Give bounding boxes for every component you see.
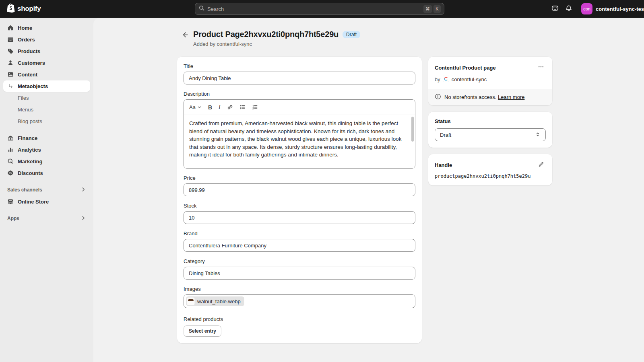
back-arrow-icon [182, 31, 188, 40]
link-icon[interactable] [227, 104, 233, 110]
sidebar-item-label: Discounts [18, 170, 43, 176]
search-input[interactable] [207, 6, 422, 12]
stock-field[interactable] [184, 211, 415, 224]
handle-card: Handle productpage2hxvxu2ti0pnqh7ht5e29u [428, 154, 552, 185]
select-updown-icon [535, 132, 541, 138]
description-scrollbar[interactable] [411, 117, 414, 142]
sidebar-section-apps[interactable]: Apps [3, 213, 90, 224]
notifications-button[interactable] [562, 2, 576, 15]
sidebar-item-menus[interactable]: Menus [3, 104, 90, 115]
shopify-bag-icon [6, 3, 15, 14]
status-select[interactable]: Draft [435, 128, 546, 141]
description-field[interactable]: Crafted from premium, American-harvested… [184, 115, 415, 168]
sales-channels-label: Sales channels [7, 187, 42, 193]
analytics-icon [7, 146, 14, 153]
entry-form-card: Title Description Aa B [177, 57, 422, 343]
text-style-label: Aa [189, 104, 196, 110]
sidebar-section-sales-channels[interactable]: Sales channels [3, 184, 90, 195]
status-card-title: Status [435, 118, 546, 124]
side-panel: Contentful Product page by contentful-sy… [428, 57, 552, 185]
images-field[interactable]: walnut_table.webp [184, 294, 415, 308]
apps-label: Apps [7, 216, 19, 221]
sidebar-item-label: Files [18, 95, 29, 101]
contentful-logo-icon [443, 76, 449, 83]
sidebar-item-label: Marketing [18, 158, 42, 165]
store-avatar: con [581, 3, 592, 14]
sidebar-item-home[interactable]: Home [3, 22, 90, 33]
bold-button[interactable]: B [208, 104, 212, 111]
sidekick-icon [551, 4, 559, 13]
sidebar-item-analytics[interactable]: Analytics [3, 144, 90, 155]
sidebar-item-files[interactable]: Files [3, 92, 90, 103]
related-products-label: Related products [184, 316, 415, 322]
edit-handle-button[interactable] [536, 160, 546, 169]
images-field-label: Images [184, 286, 415, 292]
status-badge: Draft [343, 31, 360, 38]
more-actions-button[interactable] [536, 63, 546, 72]
shopify-wordmark: shopify [17, 5, 41, 13]
select-entry-button[interactable]: Select entry [184, 325, 221, 337]
customers-icon [7, 60, 14, 66]
price-field[interactable] [184, 183, 415, 196]
sidebar-item-blog-posts[interactable]: Blog posts [3, 115, 90, 127]
handle-card-title: Handle [435, 162, 452, 168]
global-search[interactable]: ⌘ K [195, 3, 444, 15]
shopify-logo[interactable]: shopify [6, 3, 41, 14]
sidebar-item-finance[interactable]: Finance [3, 132, 90, 144]
brand-field[interactable] [184, 239, 415, 252]
sidebar-item-online-store[interactable]: Online Store [3, 196, 90, 207]
sidebar-item-orders[interactable]: Orders [3, 34, 90, 45]
description-field-label: Description [184, 91, 415, 97]
sidebar-item-label: Customers [18, 60, 45, 66]
marketing-icon [7, 158, 14, 165]
brand-field-label: Brand [184, 230, 415, 237]
image-file-chip[interactable]: walnut_table.webp [186, 296, 244, 306]
store-account-menu[interactable]: con contentful-sync-tes [579, 2, 644, 16]
learn-more-link[interactable]: Learn more [498, 94, 524, 100]
title-field[interactable] [184, 72, 415, 84]
cmd-key-badge: ⌘ [423, 5, 432, 13]
bell-icon [565, 4, 572, 13]
category-field[interactable] [184, 267, 415, 280]
page-title: Product Page2hxvxu2ti0pnqh7ht5e29u [193, 30, 339, 39]
richtext-toolbar: Aa B I [184, 100, 415, 115]
notice-text: No storefronts access. [444, 94, 496, 100]
content-icon [7, 71, 14, 78]
sidebar-item-label: Blog posts [18, 118, 42, 124]
sidebar-nav: Home Orders Products Customers Content M… [0, 18, 93, 362]
sidebar-item-products[interactable]: Products [3, 45, 90, 57]
dots-horizontal-icon [538, 64, 544, 72]
discounts-icon [7, 170, 14, 176]
sidebar-item-content[interactable]: Content [3, 69, 90, 80]
sidebar-item-discounts[interactable]: Discounts [3, 167, 90, 179]
bullet-list-icon[interactable] [239, 104, 246, 110]
sidebar-item-label: Metaobjects [18, 83, 48, 89]
sidebar-item-label: Content [18, 72, 37, 78]
page-header: Product Page2hxvxu2ti0pnqh7ht5e29u Draft… [177, 30, 552, 47]
sidebar-item-label: Online Store [18, 199, 49, 205]
price-field-label: Price [184, 175, 415, 181]
sidebar-item-label: Home [18, 25, 32, 31]
chevron-down-icon [197, 104, 202, 111]
handle-value: productpage2hxvxu2ti0pnqh7ht5e29u [435, 173, 546, 179]
italic-button[interactable]: I [219, 104, 221, 111]
image-thumbnail [187, 297, 195, 305]
page-subtitle: Added by contentful-sync [193, 41, 360, 47]
by-label: by [435, 76, 440, 82]
numbered-list-icon[interactable] [252, 104, 258, 110]
sidebar-item-marketing[interactable]: Marketing [3, 156, 90, 167]
orders-icon [7, 36, 14, 43]
sidebar-item-customers[interactable]: Customers [3, 57, 90, 68]
home-icon [7, 25, 14, 31]
sidekick-button[interactable] [548, 2, 562, 15]
store-name: contentful-sync-tes [596, 6, 644, 12]
back-button[interactable] [180, 30, 190, 41]
chevron-right-icon [80, 187, 86, 193]
category-field-label: Category [184, 258, 415, 264]
text-style-dropdown[interactable]: Aa [189, 104, 202, 111]
sidebar-item-label: Finance [18, 135, 37, 141]
contentful-app-card: Contentful Product page by contentful-sy… [428, 57, 552, 105]
status-card: Status Draft [428, 112, 552, 148]
search-icon [198, 5, 205, 13]
sidebar-item-metaobjects[interactable]: Metaobjects [3, 80, 90, 92]
